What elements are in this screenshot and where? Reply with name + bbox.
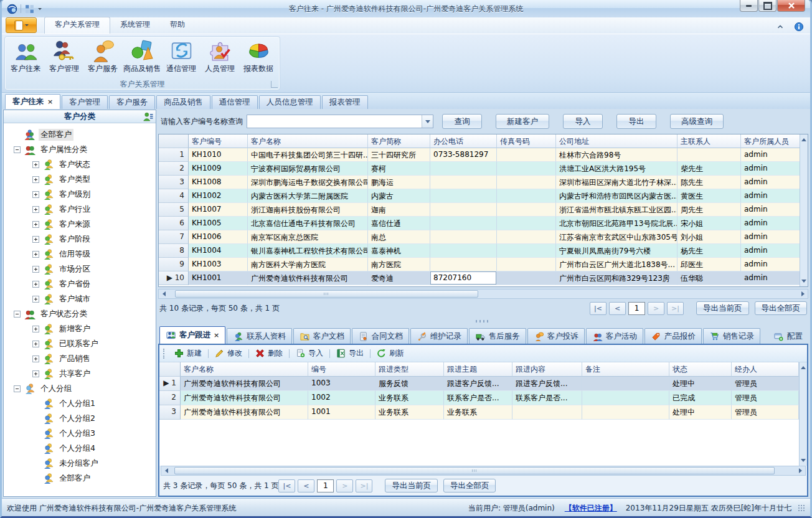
tree-item[interactable]: 个人分组1 (4, 396, 156, 411)
page-number-box[interactable]: 1 (628, 302, 645, 315)
tree-item[interactable]: 客户省份 (4, 276, 156, 291)
export-button[interactable]: 导出 (616, 114, 656, 129)
table-row[interactable]: 2广州爱奇迪软件科技有限公司1002业务联系联系客户是否...联系客户是否...… (159, 391, 799, 405)
close-tab-icon[interactable]: × (214, 331, 219, 339)
detail-tab-customer-activities[interactable]: 客户活动 (586, 328, 643, 344)
tree-item[interactable]: 产品销售 (4, 351, 156, 366)
ribbon-button-communication[interactable]: 通信管理 (162, 38, 201, 79)
table-row[interactable]: 7KH1006南京军区南京总医院南总江苏省南京市玄武区中山东路305号刘小姐ad… (159, 230, 800, 244)
tree-item[interactable]: 个人分组2 (4, 411, 156, 426)
export-all-pages-button[interactable]: 导出全部页 (755, 301, 808, 315)
tree-item[interactable]: 客户级别 (4, 187, 156, 202)
tree-item[interactable]: 市场分区 (4, 261, 156, 276)
document-tab-customer-service[interactable]: 客户服务 (109, 95, 155, 109)
advanced-query-button[interactable]: 高级查询 (670, 114, 724, 129)
column-header[interactable]: 跟进主题 (444, 362, 512, 377)
customer-table-vscrollbar[interactable] (800, 134, 808, 286)
expand-icon[interactable] (32, 191, 39, 198)
collapse-icon[interactable] (14, 385, 21, 392)
qat-dropdown-caret-icon[interactable] (38, 8, 42, 12)
column-header[interactable]: 客户简称 (368, 134, 430, 148)
tree-item[interactable]: 共享客户 (4, 366, 156, 381)
tree-item[interactable]: 客户状态 (4, 157, 156, 172)
expand-icon[interactable] (32, 236, 39, 243)
tree-item[interactable]: 新增客户 (4, 321, 156, 336)
column-header[interactable]: 客户编号 (189, 134, 248, 148)
pager-first-button[interactable]: |< (278, 479, 295, 492)
expand-icon[interactable] (32, 326, 39, 332)
hscroll-thumb[interactable] (174, 467, 775, 474)
ribbon-tab-crm[interactable]: 客户关系管理 (44, 17, 110, 34)
new-customer-button[interactable]: 新建客户 (496, 114, 549, 129)
resize-grip-icon[interactable] (798, 504, 805, 512)
export-all-pages-button[interactable]: 导出全部页 (443, 479, 496, 492)
expand-icon[interactable] (32, 356, 39, 362)
ribbon-tab-help[interactable]: 帮助 (160, 17, 195, 34)
column-header[interactable]: 客户所属人员 (741, 134, 800, 148)
column-header[interactable]: 公司地址 (556, 134, 677, 148)
column-header[interactable]: 跟进类型 (375, 362, 444, 377)
column-header[interactable]: 传真号码 (497, 134, 556, 148)
table-row[interactable]: 1KH1010中国电子科技集团公司第三十四研...三十四研究所0733-5881… (159, 148, 800, 162)
combo-dropdown-button[interactable] (422, 115, 433, 128)
tree-item[interactable]: 客户属性分类 (4, 142, 156, 157)
pager-next-button[interactable]: > (336, 479, 353, 492)
collapse-ribbon-icon[interactable] (775, 22, 785, 32)
expand-icon[interactable] (32, 206, 39, 213)
query-button[interactable]: 查询 (442, 114, 482, 129)
ribbon-button-customer-management[interactable]: 客户管理 (45, 38, 83, 79)
table-row[interactable]: 5KH1007浙江迦南科技股份有限公司迦南浙江省温州市瓯北镇东瓯工业区园...周… (159, 203, 800, 217)
pager-prev-button[interactable]: < (298, 479, 314, 492)
table-row[interactable]: 6KH1005北京嘉信仕通电子科技有限公司嘉信仕通北京市朝阳区北苑路甲13号院北… (159, 217, 800, 230)
expand-icon[interactable] (32, 370, 39, 377)
document-tab-products-sales[interactable]: 商品及销售 (156, 95, 210, 109)
customer-search-input[interactable] (247, 115, 422, 128)
detail-tab-customer-follow-up[interactable]: 客户跟进× (159, 326, 225, 344)
column-header[interactable]: 状态 (669, 362, 732, 377)
application-menu-button[interactable] (6, 17, 37, 33)
detail-tab-contract-docs[interactable]: 合同文档 (352, 328, 409, 344)
panel-splitter[interactable] (158, 318, 808, 325)
tree-item[interactable]: 客户状态分类 (4, 306, 156, 321)
column-header[interactable]: 编号 (308, 362, 375, 377)
detail-tab-contacts-info[interactable]: 联系人资料 (227, 328, 292, 344)
expand-icon[interactable] (32, 161, 39, 168)
detail-tab-customer-docs[interactable]: 客户文档 (293, 328, 351, 344)
refresh-button[interactable]: 刷新 (374, 348, 407, 359)
pager-first-button[interactable]: |< (590, 302, 607, 315)
tree-item[interactable]: 客户阶段 (4, 232, 156, 247)
document-tab-customer-management[interactable]: 客户管理 (62, 95, 108, 109)
export-button[interactable]: 导出 (334, 348, 366, 359)
table-row[interactable]: 4KH1002内蒙古医科大学第二附属医院内蒙古内蒙古呼和浩特市回民区内蒙古医..… (159, 189, 800, 203)
expand-icon[interactable] (32, 281, 39, 288)
tree-item[interactable]: 个人分组 (4, 381, 156, 396)
table-row[interactable]: 9KH1003南方医科大学南方医院南方医院广州市白云区广州大道北1838号...… (159, 258, 800, 271)
column-header[interactable]: 跟进内容 (512, 362, 582, 377)
pager-prev-button[interactable]: < (609, 302, 626, 315)
ribbon-button-report-data[interactable]: 报表数据 (239, 38, 278, 79)
tree-item[interactable]: 客户来源 (4, 217, 156, 232)
close-button[interactable] (777, 0, 805, 12)
column-header[interactable]: 办公电话 (430, 134, 497, 148)
document-tab-report-management[interactable]: 报表管理 (322, 95, 368, 109)
tree-item[interactable]: 全部客户 (4, 127, 156, 142)
table-row[interactable]: 3广州爱奇迪软件科技有限公司1001业务联系业务联系处理中管理员 (159, 405, 799, 420)
maximize-button[interactable] (758, 0, 777, 12)
detail-tab-sales-records[interactable]: 销售记录 (703, 328, 760, 344)
pager-last-button[interactable]: >| (356, 479, 372, 492)
import-button[interactable]: 导入 (293, 348, 326, 359)
table-row[interactable]: ▶ 10KH1001广州爱奇迪软件科技有限公司爱奇迪87207160广州市白云区… (159, 271, 800, 285)
tree-item[interactable]: 个人分组4 (4, 441, 156, 456)
scroll-left-icon[interactable] (159, 290, 169, 298)
table-row[interactable]: 2KH1009宁波赛柯国际贸易有限公司赛柯洪塘工业A区洪大路195号柴先生adm… (159, 162, 800, 176)
hscroll-track[interactable] (169, 290, 798, 298)
tree-item[interactable]: 全部客户 (4, 471, 156, 486)
expand-icon[interactable] (32, 341, 39, 347)
pager-last-button[interactable]: >| (667, 302, 684, 315)
layout-switch-icon[interactable] (24, 4, 35, 14)
hscroll-thumb[interactable] (175, 290, 478, 298)
expand-icon[interactable] (32, 266, 39, 273)
user-list-icon[interactable] (143, 111, 153, 121)
detail-tab-maintenance-records[interactable]: 维护记录 (410, 328, 468, 344)
export-current-page-button[interactable]: 导出当前页 (385, 479, 438, 492)
